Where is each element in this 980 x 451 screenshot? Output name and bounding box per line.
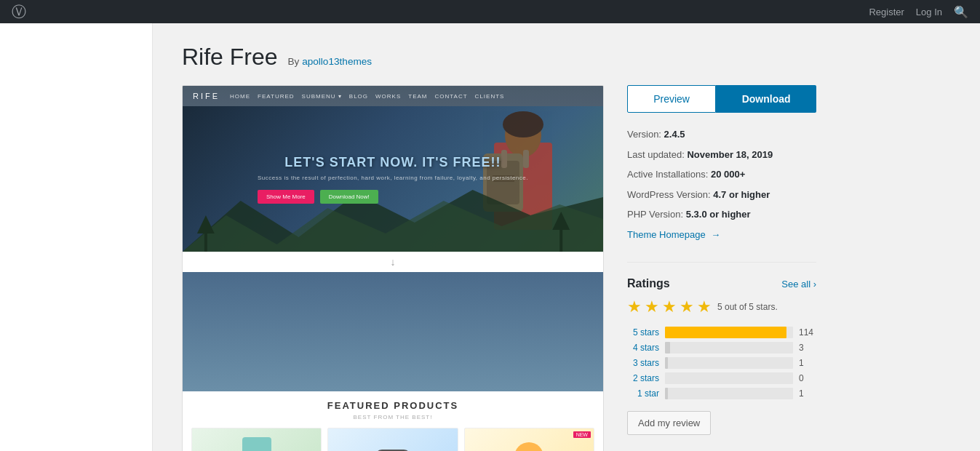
rating-track-5 (665, 327, 793, 338)
homepage-link[interactable]: Theme Homepage → (627, 229, 720, 240)
search-icon[interactable]: 🔍 (954, 5, 968, 19)
rating-bar-4: 4 stars 3 (627, 342, 816, 354)
add-review-button[interactable]: Add my review (627, 411, 711, 435)
preview-subtext: Success is the result of perfection, har… (258, 175, 528, 181)
rating-fill-5 (665, 327, 786, 338)
preview-nav-item: CONTACT (435, 93, 468, 100)
preview-nav-items: HOME FEATURED SUBMENU ▾ BLOG WORKS TEAM … (230, 93, 504, 100)
rating-bar-1: 1 star 1 (627, 388, 816, 399)
rating-track-2 (665, 372, 793, 384)
preview-nav-item: WORKS (375, 93, 401, 100)
page-wrapper: Rife Free By apollo13themes RIFE HOME FE… (0, 23, 980, 451)
register-link[interactable]: Register (869, 7, 904, 17)
hat-shape (514, 442, 543, 451)
preview-btn-download-now: Download Now! (320, 190, 378, 204)
star-2: ★ (645, 298, 659, 316)
product-badge: NEW (573, 431, 591, 438)
preview-nav-item: SUBMENU ▾ (302, 93, 342, 100)
ratings-title: Ratings (627, 277, 670, 290)
wp-label: WordPress Version: (627, 189, 711, 200)
preview-hero: LET'S START NOW. IT'S FREE!! Success is … (183, 106, 603, 252)
rating-label-2[interactable]: 2 stars (627, 373, 659, 383)
rating-bar-2: 2 stars 0 (627, 372, 816, 384)
version-row: Version: 2.4.5 (627, 127, 816, 142)
see-all-link[interactable]: See all › (781, 279, 816, 290)
rating-count-2: 0 (799, 373, 816, 383)
rating-count-1: 1 (799, 388, 816, 399)
product-card-hoodie (191, 428, 322, 451)
installs-value: 20 000+ (711, 169, 745, 180)
version-label: Version: (627, 129, 661, 140)
sidebar (0, 23, 153, 451)
preview-nav-item: BLOG (349, 93, 368, 100)
preview-btn-show-more: Show Me More (258, 190, 314, 204)
rating-fill-3 (665, 357, 668, 369)
preview-scroll-indicator: ↓ (183, 252, 603, 272)
rating-count-4: 3 (799, 343, 816, 353)
preview-nav-item: CLIENTS (475, 93, 505, 100)
rating-track-1 (665, 388, 793, 399)
wp-version-row: WordPress Version: 4.7 or higher (627, 188, 816, 202)
updated-label: Last updated: (627, 149, 685, 160)
installs-label: Active Installations: (627, 169, 708, 180)
nav-left: Ⓥ (12, 2, 26, 22)
author-prefix: By (287, 56, 299, 67)
product-card-hat: NEW (464, 428, 594, 451)
stars-text: 5 out of 5 stars. (717, 302, 778, 312)
php-label: PHP Version: (627, 209, 683, 220)
stars-row: ★ ★ ★ ★ ★ 5 out of 5 stars. (627, 298, 816, 316)
preview-buttons: Show Me More Download Now! (258, 190, 528, 204)
ratings-section: Ratings See all › ★ ★ ★ ★ ★ 5 out of 5 (627, 277, 816, 435)
author-link[interactable]: apollo13themes (302, 56, 372, 67)
login-link[interactable]: Log In (916, 7, 942, 17)
meta-section: Version: 2.4.5 Last updated: November 18… (627, 127, 816, 263)
preview-nav-item: HOME (230, 93, 250, 100)
preview-products-sub: BEST FROM THE BEST! (191, 414, 594, 420)
preview-product-grid: NEW (191, 428, 594, 451)
updated-row: Last updated: November 18, 2019 (627, 148, 816, 162)
installs-row: Active Installations: 20 000+ (627, 167, 816, 182)
download-button[interactable]: Download (716, 85, 816, 113)
preview-products-title: FEATURED PRODUCTS (191, 400, 594, 411)
wp-value: 4.7 or higher (713, 189, 770, 200)
preview-nav-item: FEATURED (258, 93, 295, 100)
rating-bars: 5 stars 114 4 stars 3 (627, 327, 816, 399)
hoodie-shape (242, 437, 271, 452)
preview-nav-item: TEAM (408, 93, 427, 100)
theme-title: Rife Free (182, 44, 278, 70)
homepage-arrow: → (711, 229, 720, 240)
rating-label-3[interactable]: 3 stars (627, 358, 659, 368)
preview-products: FEATURED PRODUCTS BEST FROM THE BEST! NE… (183, 391, 603, 451)
content-grid: RIFE HOME FEATURED SUBMENU ▾ BLOG WORKS … (182, 85, 951, 451)
star-3: ★ (662, 298, 677, 316)
wp-logo-icon[interactable]: Ⓥ (12, 2, 26, 22)
homepage-row: Theme Homepage → (627, 228, 816, 242)
preview-button[interactable]: Preview (627, 85, 716, 113)
preview-headline: LET'S START NOW. IT'S FREE!! (258, 155, 528, 170)
rating-count-3: 1 (799, 358, 816, 368)
updated-value: November 18, 2019 (687, 149, 773, 160)
rating-count-5: 114 (799, 327, 816, 338)
headline-sub: IT'S FREE!! (422, 155, 501, 169)
rating-label-4[interactable]: 4 stars (627, 343, 659, 353)
top-nav: Ⓥ Register Log In 🔍 (0, 0, 980, 23)
preview-headline-container: LET'S START NOW. IT'S FREE!! Success is … (258, 155, 528, 204)
preview-nav-logo: RIFE (193, 92, 220, 100)
preview-nav: RIFE HOME FEATURED SUBMENU ▾ BLOG WORKS … (183, 86, 603, 106)
ratings-header: Ratings See all › (627, 277, 816, 290)
action-buttons: Preview Download (627, 85, 816, 113)
rating-bar-3: 3 stars 1 (627, 357, 816, 369)
rating-label-1[interactable]: 1 star (627, 388, 659, 399)
rating-fill-1 (665, 388, 668, 399)
theme-header: Rife Free By apollo13themes (182, 44, 951, 71)
rating-label-5[interactable]: 5 stars (627, 327, 659, 338)
chevron-right-icon: › (813, 279, 816, 290)
svg-rect-13 (559, 226, 562, 252)
star-1: ★ (627, 298, 642, 316)
php-value: 5.3.0 or higher (686, 209, 751, 220)
svg-point-2 (503, 111, 543, 137)
theme-preview: RIFE HOME FEATURED SUBMENU ▾ BLOG WORKS … (183, 86, 603, 391)
svg-marker-12 (197, 215, 215, 234)
sidebar-panel: Preview Download Version: 2.4.5 Last upd… (627, 85, 816, 435)
star-4: ★ (680, 298, 694, 316)
